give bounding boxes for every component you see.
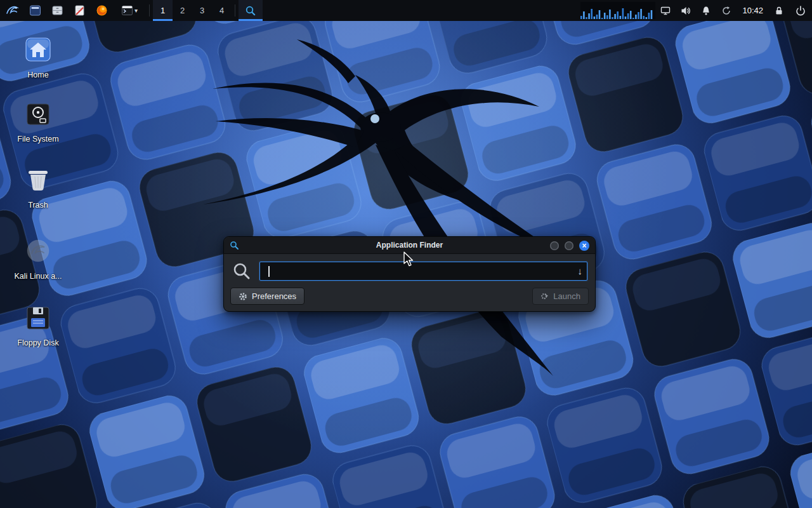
- kali-logo-icon: [5, 4, 19, 18]
- panel-separator: [149, 4, 150, 17]
- application-finder-window: Application Finder × ↓: [223, 236, 596, 312]
- top-panel: ▾ 1 2 3 4: [0, 0, 812, 21]
- titlebar[interactable]: Application Finder ×: [224, 237, 595, 254]
- preferences-button[interactable]: Preferences: [230, 288, 304, 305]
- search-icon: [232, 262, 251, 281]
- logout-power-icon[interactable]: [789, 0, 812, 21]
- file-manager-icon: [51, 4, 63, 17]
- updates-icon[interactable]: [716, 0, 737, 21]
- desktop-icon-label: Kali Linux a...: [14, 272, 62, 281]
- launch-button[interactable]: Launch: [532, 288, 589, 305]
- desktop-icon-label: Home: [27, 70, 48, 79]
- workspace-button-4[interactable]: 4: [212, 0, 232, 21]
- panel-separator: [235, 4, 235, 17]
- display-icon[interactable]: [655, 0, 676, 21]
- firefox-icon: [96, 4, 108, 17]
- finder-button-row: Preferences Launch: [224, 286, 595, 311]
- graph-bars: [580, 3, 654, 19]
- desktop-icon-label: Floppy Disk: [17, 338, 58, 347]
- launcher-terminal-dropdown[interactable]: ▾: [113, 0, 146, 21]
- text-editor-icon: [74, 4, 86, 17]
- bell-glyph: [700, 5, 712, 17]
- close-button[interactable]: ×: [579, 241, 589, 251]
- trash-icon: [25, 167, 51, 192]
- gear-icon: [239, 292, 247, 301]
- system-monitor-graph[interactable]: [580, 2, 655, 19]
- launcher-text-editor[interactable]: [69, 0, 91, 21]
- lock-screen-icon[interactable]: [769, 0, 789, 21]
- workspace-button-3[interactable]: 3: [192, 0, 212, 21]
- minimize-button[interactable]: [550, 241, 559, 250]
- desktop-icon-kali-installer[interactable]: Kali Linux a...: [8, 238, 69, 281]
- clock[interactable]: 10:42: [737, 0, 769, 21]
- launch-icon: [540, 292, 549, 300]
- home-icon: [25, 37, 51, 62]
- window-icon: [29, 4, 41, 17]
- text-caret: [268, 266, 270, 277]
- applications-menu-button[interactable]: [0, 0, 24, 21]
- file-system-icon: [25, 102, 51, 126]
- preferences-label: Preferences: [252, 291, 296, 301]
- desktop: ▾ 1 2 3 4: [0, 0, 812, 508]
- window-button-application-finder[interactable]: [239, 0, 263, 21]
- desktop-icon-file-system[interactable]: File System: [8, 102, 69, 144]
- workspace-button-2[interactable]: 2: [173, 0, 192, 21]
- desktop-icon-home[interactable]: Home: [8, 37, 69, 79]
- panel-spacer: [263, 0, 580, 21]
- window-title: Application Finder: [262, 237, 557, 254]
- volume-icon[interactable]: [676, 0, 696, 21]
- launcher-file-manager[interactable]: [46, 0, 69, 21]
- terminal-icon: [121, 4, 133, 17]
- kali-installer-icon: [25, 238, 51, 264]
- launch-label: Launch: [553, 291, 580, 301]
- maximize-button[interactable]: [565, 241, 573, 250]
- finder-body: ↓: [224, 254, 595, 286]
- desktop-icon-label: File System: [17, 135, 58, 144]
- floppy-disk-icon: [25, 306, 51, 330]
- power-glyph: [795, 5, 806, 17]
- search-field: ↓: [259, 262, 587, 281]
- launcher-firefox[interactable]: [91, 0, 113, 21]
- workspace-button-1[interactable]: 1: [153, 0, 173, 21]
- dropdown-arrow-icon[interactable]: ↓: [578, 266, 583, 276]
- desktop-icon-floppy-disk[interactable]: Floppy Disk: [8, 306, 69, 347]
- lock-glyph: [773, 5, 785, 17]
- window-controls: ×: [550, 237, 589, 254]
- desktop-icon-trash[interactable]: Trash: [8, 167, 69, 210]
- application-finder-icon: [230, 241, 239, 250]
- refresh-glyph: [721, 5, 732, 17]
- launcher-window[interactable]: [24, 0, 46, 21]
- notifications-bell-icon[interactable]: [696, 0, 716, 21]
- desktop-icon-label: Trash: [28, 201, 48, 210]
- chevron-down-icon: ▾: [134, 7, 138, 14]
- workspace-switcher: 1 2 3 4: [153, 0, 232, 21]
- display-glyph: [660, 5, 671, 17]
- speaker-glyph: [680, 5, 691, 17]
- search-window-icon: [245, 5, 256, 17]
- search-input[interactable]: [260, 262, 587, 280]
